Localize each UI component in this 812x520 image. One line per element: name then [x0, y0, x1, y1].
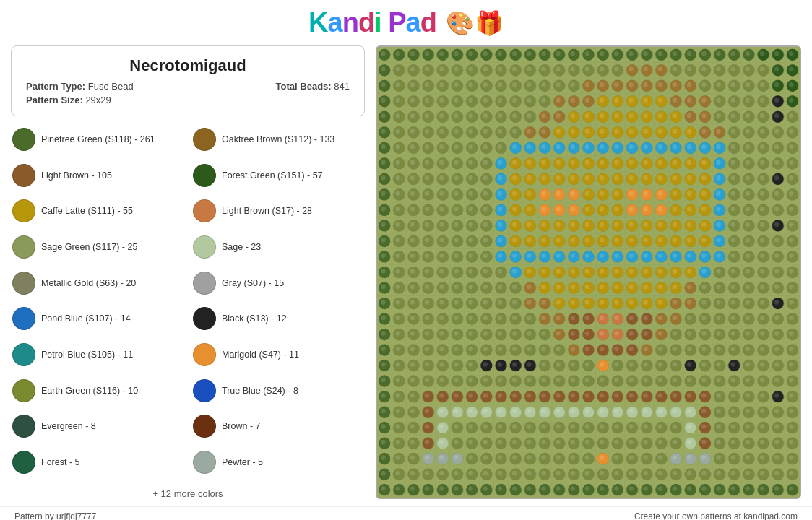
- color-label: Caffe Latte (S111) - 55: [41, 206, 133, 216]
- color-label: Forest Green (S151) - 57: [222, 170, 323, 181]
- right-panel: [376, 46, 801, 499]
- color-label: Earth Green (S116) - 10: [41, 386, 138, 396]
- beads-value: 841: [334, 81, 350, 92]
- color-item: Evergreen - 8: [11, 409, 184, 443]
- pixel-canvas: [376, 46, 801, 499]
- color-item: Pond Blue (S107) - 14: [11, 301, 184, 336]
- color-swatch: [193, 343, 216, 366]
- type-label: Pattern Type:: [26, 81, 85, 92]
- footer: Pattern by urjfjdj7777 Create your own p…: [0, 506, 812, 520]
- footer-pattern-by: Pattern by urjfjdj7777: [14, 511, 96, 520]
- color-item: True Blue (S24) - 8: [191, 373, 365, 408]
- color-label: Pewter - 5: [222, 457, 263, 467]
- color-swatch: [12, 164, 35, 187]
- color-item: Pewter - 5: [191, 445, 365, 480]
- type-value: Fuse Bead: [88, 81, 134, 92]
- color-label: Pond Blue (S107) - 14: [41, 313, 131, 324]
- color-label: Brown - 7: [222, 421, 261, 431]
- color-label: Petrol Blue (S105) - 11: [41, 350, 133, 360]
- color-item: Forest - 5: [11, 445, 184, 480]
- color-item: Black (S13) - 12: [191, 301, 365, 336]
- color-item: Forest Green (S151) - 57: [191, 158, 365, 193]
- color-label: Metallic Gold (S63) - 20: [41, 278, 136, 288]
- color-item: Sage Green (S117) - 25: [11, 230, 184, 264]
- color-label: True Blue (S24) - 8: [222, 386, 298, 396]
- pattern-beads: Total Beads: 841: [276, 81, 350, 92]
- color-swatch: [12, 451, 35, 474]
- logo: Kandi Pad 🎨🎁: [308, 7, 504, 38]
- color-item: Petrol Blue (S105) - 11: [11, 337, 184, 372]
- color-label: Evergreen - 8: [41, 421, 96, 431]
- color-swatch: [193, 451, 216, 474]
- color-label: Gray (S07) - 15: [222, 278, 284, 288]
- size-label: Pattern Size:: [26, 95, 83, 105]
- color-label: Light Brown - 105: [41, 170, 112, 181]
- color-swatch: [12, 272, 35, 295]
- color-swatch: [193, 199, 216, 222]
- color-swatch: [193, 235, 216, 259]
- color-item: Caffe Latte (S111) - 55: [11, 194, 184, 228]
- pattern-type: Pattern Type: Fuse Bead: [26, 81, 134, 92]
- logo-icon: 🎨🎁: [446, 9, 504, 37]
- color-item: Brown - 7: [191, 409, 365, 443]
- left-panel: Necrotomigaud Pattern Type: Fuse Bead To…: [11, 46, 365, 499]
- color-swatch: [193, 272, 216, 295]
- color-label: Light Brown (S17) - 28: [222, 206, 312, 216]
- color-item: Pinetree Green (S118) - 261: [11, 122, 184, 157]
- color-item: Marigold (S47) - 11: [191, 337, 365, 372]
- color-label: Sage Green (S117) - 25: [41, 242, 137, 252]
- more-colors: + 12 more colors: [11, 488, 365, 499]
- color-swatch: [193, 164, 216, 187]
- color-swatch: [12, 235, 35, 259]
- color-label: Sage - 23: [222, 242, 261, 252]
- size-value: 29x29: [85, 95, 111, 105]
- color-item: Oaktree Brown (S112) - 133: [191, 122, 365, 157]
- color-label: Oaktree Brown (S112) - 133: [222, 134, 334, 144]
- color-item: Metallic Gold (S63) - 20: [11, 266, 184, 300]
- pattern-title: Necrotomigaud: [26, 56, 350, 75]
- color-label: Black (S13) - 12: [222, 313, 287, 324]
- color-swatch: [193, 379, 216, 402]
- color-swatch: [12, 343, 35, 366]
- info-card: Necrotomigaud Pattern Type: Fuse Bead To…: [11, 46, 365, 116]
- color-label: Forest - 5: [41, 457, 80, 467]
- pattern-meta-row1: Pattern Type: Fuse Bead Total Beads: 841: [26, 81, 350, 92]
- color-label: Pinetree Green (S118) - 261: [41, 134, 155, 144]
- footer-cta: Create your own patterns at kandipad.com: [634, 511, 798, 520]
- beads-label: Total Beads:: [276, 81, 332, 92]
- color-swatch: [193, 128, 216, 151]
- main-content: Necrotomigaud Pattern Type: Fuse Bead To…: [0, 46, 812, 506]
- color-item: Gray (S07) - 15: [191, 266, 365, 300]
- color-swatch: [193, 415, 216, 438]
- color-label: Marigold (S47) - 11: [222, 350, 299, 360]
- color-swatch: [12, 415, 35, 438]
- color-swatch: [12, 379, 35, 402]
- header: Kandi Pad 🎨🎁: [0, 0, 812, 46]
- color-item: Sage - 23: [191, 230, 365, 264]
- logo-text: Kandi Pad: [308, 7, 436, 38]
- pattern-size-row: Pattern Size: 29x29: [26, 95, 350, 105]
- color-swatch: [12, 128, 35, 151]
- colors-grid: Pinetree Green (S118) - 261 Oaktree Brow…: [11, 122, 365, 480]
- color-swatch: [12, 199, 35, 222]
- color-swatch: [193, 307, 216, 330]
- color-item: Earth Green (S116) - 10: [11, 373, 184, 408]
- color-swatch: [12, 307, 35, 330]
- color-item: Light Brown - 105: [11, 158, 184, 193]
- color-item: Light Brown (S17) - 28: [191, 194, 365, 228]
